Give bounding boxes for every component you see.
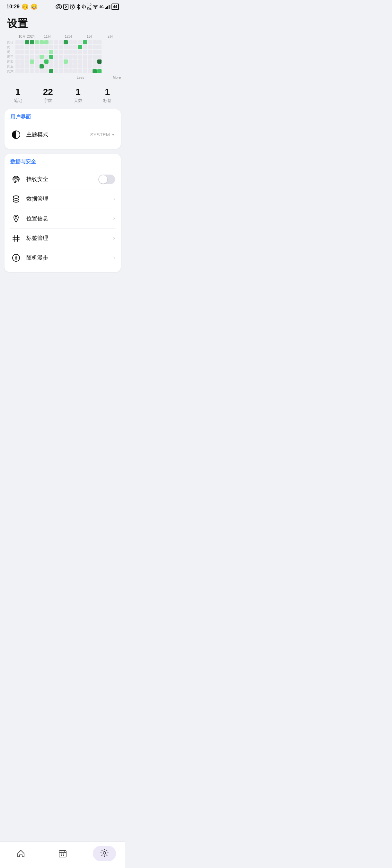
stat-notes: 1 笔记: [14, 87, 22, 103]
heatmap-week-6: [44, 40, 48, 73]
heatmap-cell: [49, 69, 53, 73]
heatmap-cell: [59, 50, 63, 54]
heatmap-cell: [35, 50, 39, 54]
tags-item[interactable]: 标签管理 ›: [10, 228, 115, 248]
heatmap-week-2: [25, 40, 29, 73]
month-label-nov: 11月: [37, 34, 58, 39]
legend-level-1: [91, 75, 95, 80]
heatmap-week-14: [83, 40, 87, 73]
svg-rect-7: [107, 6, 108, 9]
month-label-dec: 12月: [58, 34, 79, 39]
signal-bars-icon: [105, 4, 110, 9]
heatmap-cell: [68, 69, 73, 73]
security-section-title: 数据与安全: [10, 158, 115, 165]
heatmap-cell: [49, 45, 53, 49]
data-mgmt-chevron: ›: [113, 195, 115, 202]
day-label-thu: 周四: [4, 60, 13, 64]
svg-point-12: [15, 216, 17, 218]
heatmap-cell: [97, 64, 101, 68]
status-left: 10:29 😊 😄: [6, 3, 38, 10]
heatmap-cell: [44, 45, 48, 49]
heatmap-cell: [73, 40, 77, 44]
svg-point-4: [95, 8, 96, 9]
heatmap-cell: [64, 60, 68, 64]
nfc-icon: [63, 4, 68, 10]
heatmap-cell: [54, 69, 58, 73]
heatmap-week-10: [64, 40, 68, 73]
heatmap-cell: [64, 69, 68, 73]
heatmap-cell: [93, 55, 97, 59]
heatmap-cell: [44, 40, 48, 44]
svg-rect-2: [64, 4, 68, 9]
heatmap-cell: [30, 55, 34, 59]
heatmap-cell: [54, 60, 58, 64]
heatmap-cell: [39, 69, 44, 73]
svg-rect-9: [110, 5, 110, 9]
stat-tags-number: 1: [103, 87, 111, 97]
legend-less-label: Less: [77, 75, 84, 80]
heatmap-cell: [97, 55, 101, 59]
month-label-jan: 1月: [79, 34, 100, 39]
svg-rect-5: [105, 8, 106, 9]
heatmap-cell: [39, 60, 44, 64]
heatmap-cell: [15, 60, 20, 64]
random-item[interactable]: 随机漫步 ›: [10, 248, 115, 268]
heatmap-week-8: [54, 40, 58, 73]
heatmap-cell: [39, 45, 44, 49]
stat-words-label: 字数: [43, 98, 53, 103]
data-mgmt-item[interactable]: 数据管理 ›: [10, 189, 115, 209]
page-title: 设置: [0, 12, 125, 34]
fingerprint-toggle[interactable]: [98, 175, 115, 184]
heatmap-cell: [73, 60, 77, 64]
heatmap-legend: Less More: [4, 75, 121, 80]
heatmap-cell: [93, 60, 97, 64]
heatmap-cell: [54, 40, 58, 44]
heatmap-cell: [83, 40, 87, 44]
heatmap-cell: [49, 64, 53, 68]
heatmap-week-12: [73, 40, 77, 73]
heatmap-cell: [97, 45, 101, 49]
theme-mode-item[interactable]: 主题模式 SYSTEM ▼: [10, 125, 115, 144]
heatmap-week-5: [39, 40, 44, 73]
heatmap-cell: [25, 55, 29, 59]
heatmap-cell: [64, 64, 68, 68]
heatmap-grid: 周日 周一 周二 周三 周四 周五 周六: [4, 40, 121, 73]
day-label-sat: 周六: [4, 69, 13, 73]
heatmap-week-15: [88, 40, 92, 73]
heatmap-cell: [64, 55, 68, 59]
fingerprint-toggle-knob: [99, 175, 107, 184]
heatmap-cell: [15, 45, 20, 49]
heatmap-cell: [20, 64, 25, 68]
security-section-card: 数据与安全 指纹安全 数据管理: [4, 154, 121, 272]
svg-point-0: [56, 4, 62, 9]
theme-mode-value[interactable]: SYSTEM ▼: [90, 132, 115, 137]
bluetooth-icon: [76, 4, 80, 10]
heatmap-cell: [30, 50, 34, 54]
fingerprint-item[interactable]: 指纹安全: [10, 170, 115, 189]
heatmap-cell: [68, 40, 73, 44]
heatmap-cell: [88, 64, 92, 68]
heatmap-cell: [39, 40, 44, 44]
heatmap-cell: [78, 40, 82, 44]
wifi-icon: [93, 4, 98, 9]
heatmap-cell: [30, 60, 34, 64]
heatmap-cell: [73, 69, 77, 73]
month-label-oct: 10月 2024: [16, 34, 37, 39]
heatmap-cell: [35, 40, 39, 44]
heatmap-cell: [59, 40, 63, 44]
location-item[interactable]: 位置信息 ›: [10, 209, 115, 228]
heatmap-cell: [15, 55, 20, 59]
heatmap-cell: [25, 45, 29, 49]
heatmap-cell: [49, 55, 53, 59]
heatmap-cell: [30, 40, 34, 44]
heatmap-cell: [15, 40, 20, 44]
heatmap-cell: [15, 50, 20, 54]
heatmap-cell: [49, 60, 53, 64]
heatmap-cell: [59, 69, 63, 73]
heatmap-cell: [68, 64, 73, 68]
heatmap-cell: [20, 40, 25, 44]
eye-icon: [55, 4, 62, 9]
legend-level-0: [86, 75, 90, 80]
heatmap-cell: [54, 50, 58, 54]
heatmap-cell: [35, 64, 39, 68]
